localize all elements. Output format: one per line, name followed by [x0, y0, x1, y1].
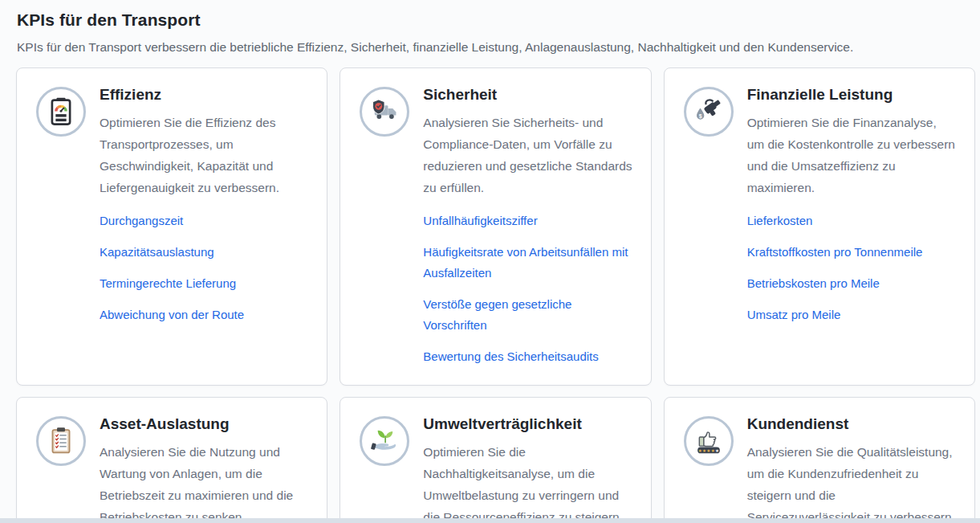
svg-text:$: $: [698, 113, 701, 120]
card-title: Umweltverträglichkeit: [423, 415, 632, 433]
kpi-link-betriebskosten-meile[interactable]: Betriebskosten pro Meile: [747, 273, 957, 294]
page-header: KPIs für den Transport KPIs für den Tran…: [0, 0, 980, 55]
kpi-card-kundendienst: ★★★★★ Kundendienst Analysieren Sie die Q…: [664, 397, 975, 523]
kpi-card-asset-auslastung: Asset-Auslastung Analysieren Sie die Nut…: [16, 397, 327, 523]
icon-ring: $: [684, 87, 734, 137]
kpi-link-list: Lieferkosten Kraftstoffkosten pro Tonnen…: [747, 210, 957, 325]
kpi-card-effizienz: Effizienz Optimieren Sie die Effizienz d…: [16, 67, 327, 386]
icon-ring: [36, 416, 86, 466]
icon-ring: [360, 87, 409, 137]
icon-ring: ★★★★★: [684, 416, 734, 466]
card-title: Sicherheit: [423, 86, 632, 104]
icon-ring: [360, 416, 409, 466]
page-subtitle: KPIs für den Transport verbessern die be…: [17, 39, 964, 55]
kpi-card-sicherheit: Sicherheit Analysieren Sie Sicherheits- …: [340, 67, 651, 386]
hand-seedling-icon: [368, 425, 401, 457]
card-description: Optimieren Sie die Effizienz des Transpo…: [100, 112, 309, 198]
card-description: Analysieren Sie die Nutzung und Wartung …: [100, 441, 309, 523]
card-title: Effizienz: [100, 86, 309, 104]
icon-ring: [36, 87, 86, 137]
kpi-link-kapazitaetsauslastung[interactable]: Kapazitätsauslastung: [100, 242, 309, 263]
card-description: Analysieren Sie Sicherheits- und Complia…: [423, 112, 632, 198]
truck-shield-icon: [368, 96, 401, 128]
kpi-link-abweichung-route[interactable]: Abweichung von der Route: [100, 304, 309, 325]
kpi-link-verstoesse-vorschriften[interactable]: Verstöße gegen gesetzliche Vorschriften: [423, 294, 632, 336]
kpi-card-umweltvertraeglichkeit: Umweltverträglichkeit Optimieren Sie die…: [340, 397, 651, 523]
fuel-nozzle-dollar-icon: $: [693, 96, 725, 128]
card-title: Asset-Auslastung: [100, 415, 309, 433]
kpi-link-umsatz-meile[interactable]: Umsatz pro Meile: [747, 304, 957, 325]
checklist-clipboard-icon: [45, 425, 77, 457]
thumbs-up-stars-icon: ★★★★★: [693, 425, 725, 457]
card-description: Analysieren Sie die Qualitätsleistung, u…: [747, 441, 957, 523]
card-title: Kundendienst: [747, 415, 957, 433]
card-description: Optimieren Sie die Finanzanalyse, um die…: [747, 112, 957, 198]
svg-text:★★★★★: ★★★★★: [697, 448, 719, 453]
kpi-card-grid: Effizienz Optimieren Sie die Effizienz d…: [0, 67, 980, 523]
card-title: Finanzielle Leistung: [747, 86, 957, 104]
kpi-link-lieferkosten[interactable]: Lieferkosten: [747, 210, 957, 231]
kpi-link-durchgangszeit[interactable]: Durchgangszeit: [100, 210, 309, 231]
kpi-link-haeufigkeitsrate-arbeitsunfaelle[interactable]: Häufigkeitsrate von Arbeitsunfällen mit …: [423, 242, 632, 284]
kpi-link-list: Durchgangszeit Kapazitätsauslastung Term…: [100, 210, 309, 325]
kpi-link-unfallhaeufigkeitsziffer[interactable]: Unfallhäufigkeitsziffer: [423, 210, 632, 231]
bottom-scrollbar-track[interactable]: [0, 518, 980, 523]
gauge-clipboard-icon: [45, 96, 77, 128]
page-title: KPIs für den Transport: [17, 10, 964, 30]
card-description: Optimieren Sie die Nachhaltigkeitsanalys…: [423, 441, 632, 523]
kpi-link-list: Unfallhäufigkeitsziffer Häufigkeitsrate …: [423, 210, 632, 367]
kpi-card-finanzielle-leistung: $ Finanzielle Leistung Optimieren Sie di…: [664, 67, 975, 386]
kpi-link-termingerechte-lieferung[interactable]: Termingerechte Lieferung: [100, 273, 309, 294]
kpi-link-kraftstoffkosten-tonnenmeile[interactable]: Kraftstoffkosten pro Tonnenmeile: [747, 242, 957, 263]
kpi-link-sicherheitsaudit[interactable]: Bewertung des Sicherheitsaudits: [423, 346, 632, 367]
